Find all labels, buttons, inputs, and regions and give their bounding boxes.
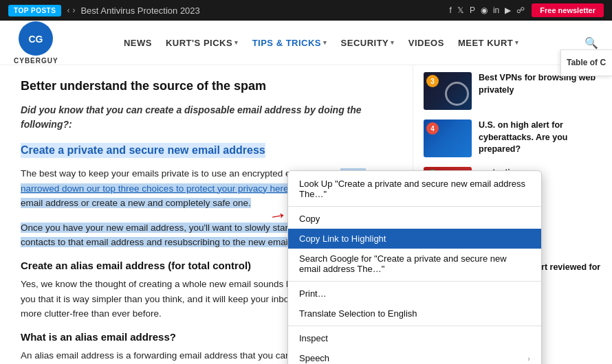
nav-security[interactable]: SECURITY▾	[341, 38, 395, 48]
youtube-icon[interactable]: ▶	[505, 5, 511, 15]
sidebar-num-4: 4	[426, 122, 439, 135]
search-icon[interactable]: 🔍	[584, 36, 598, 49]
toc-label: Table of C	[567, 58, 606, 67]
context-menu: Look Up "Create a private and secure new…	[287, 170, 542, 364]
top-article-title: Best Antivirus Protection 2023	[80, 5, 199, 16]
context-search-google[interactable]: Search Google for "Create a private and …	[288, 249, 541, 279]
context-copy[interactable]: Copy	[288, 209, 541, 229]
twitter-icon[interactable]: 𝕏	[457, 5, 464, 15]
nav-arrows[interactable]: ‹ ›	[67, 5, 75, 15]
article-heading: Better understand the source of the spam	[21, 79, 392, 93]
next-arrow[interactable]: ›	[72, 5, 75, 15]
logo-circle: CG	[19, 21, 53, 56]
top-posts-badge[interactable]: TOP POSTS	[8, 5, 61, 16]
nav-links: NEWS KURT'S PICKS▾ TIPS & TRICKS▾ SECURI…	[124, 38, 519, 48]
context-copy-link[interactable]: Copy Link to Highlight	[288, 229, 541, 249]
svg-text:CG: CG	[29, 33, 43, 44]
top-bar-right: f 𝕏 P ◉ in ▶ ☍ Free newsletter	[450, 3, 604, 17]
sidebar-item-text-4: U.S. on high alert for cyberattacks. Are…	[479, 120, 602, 156]
logo-text: CYBERGUY	[14, 57, 58, 65]
prev-arrow[interactable]: ‹	[67, 5, 69, 15]
pinterest-icon[interactable]: P	[470, 5, 475, 15]
article-subheading: Did you know that you can create a dispo…	[21, 103, 392, 132]
context-lookup[interactable]: Look Up "Create a private and secure new…	[288, 174, 541, 204]
context-divider-3	[288, 326, 541, 326]
newsletter-button[interactable]: Free newsletter	[532, 3, 604, 17]
nav-videos[interactable]: VIDEOS	[408, 38, 444, 48]
instagram-icon[interactable]: ◉	[481, 5, 488, 15]
nav-kurts-picks[interactable]: KURT'S PICKS▾	[166, 38, 239, 48]
rss-icon[interactable]: ☍	[516, 5, 525, 15]
context-speech[interactable]: Speech ›	[288, 348, 541, 364]
linkedin-icon[interactable]: in	[493, 5, 499, 15]
top-bar-left: TOP POSTS ‹ › Best Antivirus Protection …	[8, 5, 200, 16]
sidebar-item-4[interactable]: 4 U.S. on high alert for cyberattacks. A…	[424, 120, 602, 157]
section1-title: Create a private and secure new email ad…	[21, 143, 265, 158]
social-icons: f 𝕏 P ◉ in ▶ ☍	[450, 5, 525, 15]
nav-news[interactable]: NEWS	[124, 38, 152, 48]
context-divider-2	[288, 281, 541, 282]
nav-tips-tricks[interactable]: TIPS & TRICKS▾	[252, 38, 327, 48]
facebook-icon[interactable]: f	[450, 5, 452, 15]
context-translate[interactable]: Translate Selection to English	[288, 304, 541, 323]
context-inspect[interactable]: Inspect	[288, 328, 541, 348]
sidebar-num-3: 3	[426, 75, 439, 87]
logo[interactable]: CG CYBERGUY	[14, 21, 58, 65]
globe-icon	[445, 82, 469, 106]
red-arrow: →	[266, 203, 289, 228]
sidebar-item-3[interactable]: 3 Best VPNs for browsing web privately	[424, 72, 602, 110]
toc-panel[interactable]: Table of C	[560, 49, 612, 76]
main-nav: CG CYBERGUY NEWS KURT'S PICKS▾ TIPS & TR…	[0, 21, 612, 65]
sidebar-thumb-3: 3	[424, 72, 472, 110]
sidebar-thumb-4: 4	[424, 120, 472, 157]
top-bar: TOP POSTS ‹ › Best Antivirus Protection …	[0, 0, 612, 21]
speech-arrow-icon: ›	[527, 354, 530, 363]
context-divider-1	[288, 206, 541, 207]
context-print[interactable]: Print…	[288, 284, 541, 304]
nav-meet-kurt[interactable]: MEET KURT▾	[458, 38, 519, 48]
